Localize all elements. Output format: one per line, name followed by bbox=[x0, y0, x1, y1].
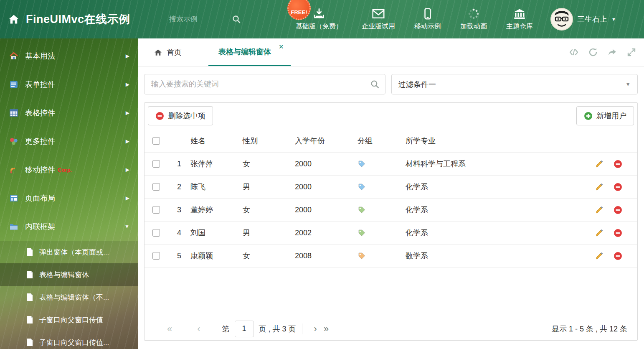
column-header-major[interactable]: 所学专业 bbox=[401, 136, 583, 146]
row-checkbox[interactable] bbox=[152, 206, 160, 214]
button-label: 新增用户 bbox=[596, 111, 626, 121]
row-index: 2 bbox=[167, 183, 186, 191]
nav-enterprise-trial[interactable]: 企业版试用 bbox=[362, 8, 395, 31]
table-row[interactable]: 2 陈飞 男 2000 化学系 bbox=[145, 176, 637, 199]
cell-year: 2000 bbox=[291, 183, 353, 191]
row-checkbox[interactable] bbox=[152, 229, 160, 237]
sidebar-item-form-controls[interactable]: 表单控件 ▶ bbox=[0, 70, 138, 99]
cell-gender: 女 bbox=[238, 159, 291, 169]
page-prefix-label: 第 bbox=[222, 324, 230, 334]
edit-pencil-icon[interactable] bbox=[595, 252, 603, 260]
last-page-button[interactable]: » bbox=[320, 324, 332, 334]
sidebar-item-label: 更多控件 bbox=[25, 136, 55, 146]
sidebar-subitem-child-to-parent[interactable]: 子窗口向父窗口传值 bbox=[0, 308, 138, 331]
filter-dropdown[interactable]: 过滤条件一 ▼ bbox=[391, 74, 638, 94]
column-header-year[interactable]: 入学年份 bbox=[291, 136, 353, 146]
first-page-button[interactable]: « bbox=[164, 324, 175, 334]
close-icon[interactable]: ✕ bbox=[279, 43, 284, 51]
cell-year: 2000 bbox=[291, 160, 353, 168]
tab-home[interactable]: 首页 bbox=[150, 38, 185, 66]
sidebar-item-grid-controls[interactable]: 表格控件 ▶ bbox=[0, 99, 138, 127]
sidebar-item-basic-usage[interactable]: 基本用法 ▶ bbox=[0, 42, 138, 70]
nav-label: 移动示例 bbox=[414, 22, 441, 31]
record-summary: 显示 1 - 5 条 , 共 12 条 bbox=[552, 324, 630, 334]
open-new-window-icon[interactable] bbox=[607, 47, 617, 57]
table-icon bbox=[9, 108, 18, 117]
column-header-name[interactable]: 姓名 bbox=[186, 136, 238, 146]
major-link[interactable]: 化学系 bbox=[406, 229, 428, 237]
sidebar-subitem-label: 子窗口向父窗口传值 bbox=[39, 315, 103, 325]
row-checkbox[interactable] bbox=[152, 183, 160, 191]
row-checkbox[interactable] bbox=[152, 252, 160, 260]
table-row[interactable]: 3 董婷婷 女 2000 化学系 bbox=[145, 199, 637, 222]
header-search[interactable] bbox=[169, 15, 259, 24]
sidebar-subitem-popup-window[interactable]: 弹出窗体（本页面或... bbox=[0, 241, 138, 263]
file-icon bbox=[26, 293, 33, 301]
nav-mobile-demo[interactable]: 移动示例 bbox=[414, 8, 441, 31]
nav-label: 基础版（免费） bbox=[296, 22, 342, 31]
delete-selected-button[interactable]: 删除选中项 bbox=[148, 106, 213, 125]
nav-loading-animation[interactable]: 加载动画 bbox=[460, 8, 487, 31]
sidebar-item-mobile-controls[interactable]: 移动控件 Corp. ▶ bbox=[0, 155, 138, 184]
sidebar-subitem-grid-edit-window-2[interactable]: 表格与编辑窗体（不... bbox=[0, 286, 138, 308]
table-row[interactable]: 1 张萍萍 女 2000 材料科学与工程系 bbox=[145, 153, 637, 176]
divider bbox=[302, 324, 302, 334]
header-search-input[interactable] bbox=[169, 15, 232, 23]
tab-grid-edit-window[interactable]: 表格与编辑窗体 ✕ bbox=[208, 38, 291, 66]
sidebar-subitem-child-to-parent-2[interactable]: 子窗口向父窗口传值... bbox=[0, 331, 138, 349]
nav-theme-repo[interactable]: 主题仓库 bbox=[506, 8, 533, 31]
sidebar-subitem-label: 子窗口向父窗口传值... bbox=[39, 338, 109, 347]
delete-row-icon[interactable] bbox=[614, 183, 622, 191]
keyword-search-input[interactable] bbox=[144, 74, 385, 94]
search-icon[interactable] bbox=[232, 15, 241, 24]
edit-pencil-icon[interactable] bbox=[595, 229, 603, 237]
major-link[interactable]: 材料科学与工程系 bbox=[406, 160, 466, 168]
envelope-icon bbox=[372, 8, 385, 20]
major-link[interactable]: 化学系 bbox=[406, 183, 428, 191]
tag-icon bbox=[357, 206, 366, 214]
user-name: 三生石上 bbox=[577, 14, 607, 24]
column-header-group[interactable]: 分组 bbox=[353, 136, 401, 146]
filter-dropdown-value: 过滤条件一 bbox=[398, 79, 436, 89]
chevron-right-icon: ▶ bbox=[126, 195, 129, 201]
delete-row-icon[interactable] bbox=[614, 252, 622, 260]
edit-pencil-icon[interactable] bbox=[595, 206, 603, 214]
data-grid: 姓名 性别 入学年份 分组 所学专业 1 张萍萍 女 2000 材料科学与工程系 bbox=[145, 129, 637, 267]
major-link[interactable]: 数学系 bbox=[406, 252, 428, 260]
prev-page-button[interactable]: ‹ bbox=[194, 324, 203, 334]
user-menu[interactable]: 三生石上 ▼ bbox=[550, 8, 616, 31]
add-user-button[interactable]: 新增用户 bbox=[576, 106, 634, 125]
chevron-right-icon: ▶ bbox=[126, 110, 129, 116]
delete-row-icon[interactable] bbox=[614, 229, 622, 237]
edit-pencil-icon[interactable] bbox=[595, 183, 603, 191]
sidebar-item-page-layout[interactable]: 页面布局 ▶ bbox=[0, 184, 138, 212]
refresh-icon[interactable] bbox=[588, 47, 598, 57]
table-row[interactable]: 4 刘国 男 2002 化学系 bbox=[145, 222, 637, 245]
chevron-right-icon: ▶ bbox=[126, 167, 129, 173]
next-page-button[interactable]: › bbox=[311, 324, 320, 334]
column-header-gender[interactable]: 性别 bbox=[238, 136, 291, 146]
table-row[interactable]: 5 康颖颖 女 2008 数学系 bbox=[145, 245, 637, 267]
sidebar-item-more-controls[interactable]: 更多控件 ▶ bbox=[0, 127, 138, 155]
sidebar-subitem-label: 表格与编辑窗体（不... bbox=[39, 293, 109, 302]
major-link[interactable]: 化学系 bbox=[406, 206, 428, 214]
fullscreen-icon[interactable] bbox=[626, 47, 636, 57]
source-code-icon[interactable] bbox=[569, 47, 579, 57]
bank-icon bbox=[513, 8, 526, 20]
sidebar-item-iframe[interactable]: 内联框架 ▼ bbox=[0, 212, 138, 241]
page-content: 过滤条件一 ▼ 删除选中项 新增用户 姓名 性 bbox=[138, 66, 644, 341]
edit-pencil-icon[interactable] bbox=[595, 160, 603, 168]
sidebar-subitem-grid-edit-window[interactable]: 表格与编辑窗体 bbox=[0, 263, 138, 286]
chevron-down-icon: ▼ bbox=[124, 224, 129, 229]
select-all-checkbox[interactable] bbox=[152, 137, 160, 145]
keyword-search bbox=[144, 74, 385, 94]
brand[interactable]: FineUIMvc在线示例 bbox=[0, 12, 169, 27]
main-area: 首页 表格与编辑窗体 ✕ 过滤条件一 ▼ bbox=[138, 38, 644, 349]
row-checkbox[interactable] bbox=[152, 160, 160, 168]
iframe-submenu: 弹出窗体（本页面或... 表格与编辑窗体 表格与编辑窗体（不... 子窗口向父窗… bbox=[0, 241, 138, 349]
nav-label: 加载动画 bbox=[460, 22, 487, 31]
delete-row-icon[interactable] bbox=[614, 160, 622, 168]
delete-row-icon[interactable] bbox=[614, 206, 622, 214]
search-icon[interactable] bbox=[370, 79, 380, 89]
page-number-input[interactable] bbox=[235, 321, 254, 337]
